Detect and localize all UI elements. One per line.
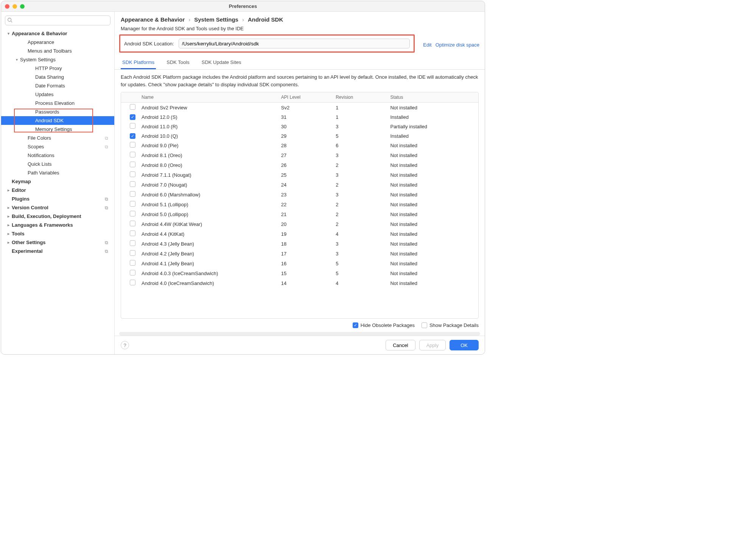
chevron-down-icon[interactable]: ▾ — [14, 58, 19, 62]
sidebar-item-editor[interactable]: ▸Editor — [1, 186, 114, 195]
ok-button[interactable]: OK — [450, 340, 479, 350]
table-row[interactable]: Android 4.2 (Jelly Bean)173Not installed — [121, 249, 478, 258]
checkbox-icon[interactable] — [130, 260, 135, 266]
table-row[interactable]: Android 12.0 (S)311Installed — [121, 112, 478, 121]
apply-button[interactable]: Apply — [419, 340, 446, 350]
sidebar-item-notifications[interactable]: Notifications — [1, 151, 114, 160]
checkbox-icon[interactable] — [130, 250, 135, 256]
table-row[interactable]: Android 9.0 (Pie)286Not installed — [121, 140, 478, 150]
checkbox-icon[interactable] — [130, 142, 135, 148]
table-row[interactable]: Android 4.0.3 (IceCreamSandwich)155Not i… — [121, 268, 478, 278]
sdk-location-input[interactable] — [179, 39, 410, 48]
table-row[interactable]: Android Sv2 PreviewSv21Not installed — [121, 103, 478, 112]
chevron-right-icon[interactable]: ▸ — [6, 223, 11, 227]
sidebar-item-process-elevation[interactable]: Process Elevation — [1, 99, 114, 107]
sidebar-item-appearance-behavior[interactable]: ▾Appearance & Behavior — [1, 29, 114, 38]
checkbox-icon[interactable] — [130, 240, 135, 246]
sidebar-tree[interactable]: ▾Appearance & BehaviorAppearanceMenus an… — [1, 29, 114, 354]
col-revision[interactable]: Revision — [333, 92, 387, 102]
sidebar-item-languages-frameworks[interactable]: ▸Languages & Frameworks — [1, 221, 114, 229]
sidebar-item-experimental[interactable]: Experimental⧉ — [1, 247, 114, 255]
table-row[interactable]: Android 5.1 (Lollipop)222Not installed — [121, 199, 478, 209]
sidebar-item-file-colors[interactable]: File Colors⧉ — [1, 134, 114, 142]
chevron-right-icon[interactable]: ▸ — [6, 188, 11, 192]
sidebar-item-build-execution-deployment[interactable]: ▸Build, Execution, Deployment — [1, 212, 114, 221]
show-details-checkbox[interactable]: Show Package Details — [422, 322, 479, 328]
checkbox-icon[interactable] — [130, 191, 135, 197]
sidebar-item-scopes[interactable]: Scopes⧉ — [1, 142, 114, 151]
sidebar-item-date-formats[interactable]: Date Formats — [1, 81, 114, 90]
crumb-1[interactable]: Appearance & Behavior — [121, 16, 185, 23]
sidebar-item-http-proxy[interactable]: HTTP Proxy — [1, 64, 114, 73]
table-row[interactable]: Android 11.0 (R)303Partially installed — [121, 121, 478, 131]
help-icon[interactable]: ? — [121, 341, 129, 349]
hide-obsolete-checkbox[interactable]: Hide Obsolete Packages — [353, 322, 415, 328]
table-row[interactable]: Android 10.0 (Q)295Installed — [121, 131, 478, 140]
checkbox-icon[interactable] — [130, 162, 135, 167]
table-row[interactable]: Android 7.0 (Nougat)242Not installed — [121, 180, 478, 190]
col-status[interactable]: Status — [387, 92, 478, 102]
cell-api-level: 27 — [278, 152, 333, 159]
sidebar-item-plugins[interactable]: Plugins⧉ — [1, 195, 114, 203]
crumb-2[interactable]: System Settings — [194, 16, 238, 23]
checkbox-icon[interactable] — [130, 104, 135, 110]
table-body[interactable]: Android Sv2 PreviewSv21Not installedAndr… — [121, 103, 478, 318]
sidebar-item-updates[interactable]: Updates — [1, 90, 114, 99]
sidebar-item-memory-settings[interactable]: Memory Settings — [1, 125, 114, 134]
table-row[interactable]: Android 4.1 (Jelly Bean)165Not installed — [121, 258, 478, 268]
cell-api-level: 14 — [278, 280, 333, 287]
table-row[interactable]: Android 4.0 (IceCreamSandwich)144Not ins… — [121, 278, 478, 288]
titlebar: Preferences — [1, 1, 485, 12]
table-row[interactable]: Android 4.4W (KitKat Wear)202Not install… — [121, 219, 478, 229]
table-row[interactable]: Android 6.0 (Marshmallow)233Not installe… — [121, 190, 478, 199]
sidebar-item-tools[interactable]: ▸Tools — [1, 229, 114, 238]
tab-sdk-platforms[interactable]: SDK Platforms — [121, 56, 156, 69]
sidebar-item-passwords[interactable]: Passwords — [1, 107, 114, 116]
table-row[interactable]: Android 8.1 (Oreo)273Not installed — [121, 150, 478, 160]
sidebar-item-other-settings[interactable]: ▸Other Settings⧉ — [1, 238, 114, 247]
sidebar-item-version-control[interactable]: ▸Version Control⧉ — [1, 203, 114, 212]
sidebar-item-system-settings[interactable]: ▾System Settings — [1, 55, 114, 64]
checkbox-icon[interactable] — [130, 114, 135, 120]
cancel-button[interactable]: Cancel — [386, 340, 415, 350]
sidebar-item-appearance[interactable]: Appearance — [1, 38, 114, 47]
checkbox-icon[interactable] — [130, 211, 135, 216]
horizontal-scrollbar[interactable] — [119, 332, 480, 336]
sidebar-item-android-sdk[interactable]: Android SDK — [1, 116, 114, 125]
sidebar-item-label: Notifications — [27, 153, 54, 158]
sidebar-item-label: Experimental — [11, 248, 43, 254]
sidebar-item-path-variables[interactable]: Path Variables — [1, 168, 114, 177]
sidebar-item-data-sharing[interactable]: Data Sharing — [1, 73, 114, 81]
col-name[interactable]: Name — [138, 92, 278, 102]
checkbox-icon[interactable] — [130, 171, 135, 177]
sidebar-item-keymap[interactable]: Keymap — [1, 177, 114, 186]
chevron-right-icon[interactable]: ▸ — [6, 205, 11, 210]
checkbox-icon[interactable] — [130, 133, 135, 139]
sidebar-item-quick-lists[interactable]: Quick Lists — [1, 160, 114, 168]
chevron-right-icon[interactable]: ▸ — [6, 240, 11, 244]
checkbox-icon[interactable] — [130, 123, 135, 129]
checkbox-icon[interactable] — [130, 221, 135, 226]
chevron-down-icon[interactable]: ▾ — [6, 31, 11, 36]
checkbox-icon[interactable] — [130, 270, 135, 276]
checkbox-icon[interactable] — [130, 181, 135, 187]
table-row[interactable]: Android 4.4 (KitKat)194Not installed — [121, 229, 478, 239]
search-input[interactable] — [5, 16, 110, 25]
table-row[interactable]: Android 5.0 (Lollipop)212Not installed — [121, 209, 478, 219]
checkbox-icon[interactable] — [130, 280, 135, 285]
checkbox-icon[interactable] — [130, 201, 135, 207]
tab-sdk-update-sites[interactable]: SDK Update Sites — [200, 56, 243, 69]
table-row[interactable]: Android 8.0 (Oreo)262Not installed — [121, 160, 478, 170]
chevron-right-icon[interactable]: ▸ — [6, 232, 11, 236]
checkbox-icon[interactable] — [130, 230, 135, 236]
checkbox-icon — [422, 322, 427, 328]
optimize-disk-link[interactable]: Optimize disk space — [436, 42, 479, 48]
col-api-level[interactable]: API Level — [278, 92, 333, 102]
edit-link[interactable]: Edit — [423, 42, 431, 48]
table-row[interactable]: Android 4.3 (Jelly Bean)183Not installed — [121, 239, 478, 249]
checkbox-icon[interactable] — [130, 152, 135, 157]
table-row[interactable]: Android 7.1.1 (Nougat)253Not installed — [121, 170, 478, 180]
chevron-right-icon[interactable]: ▸ — [6, 214, 11, 218]
sidebar-item-menus-and-toolbars[interactable]: Menus and Toolbars — [1, 47, 114, 55]
tab-sdk-tools[interactable]: SDK Tools — [165, 56, 191, 69]
